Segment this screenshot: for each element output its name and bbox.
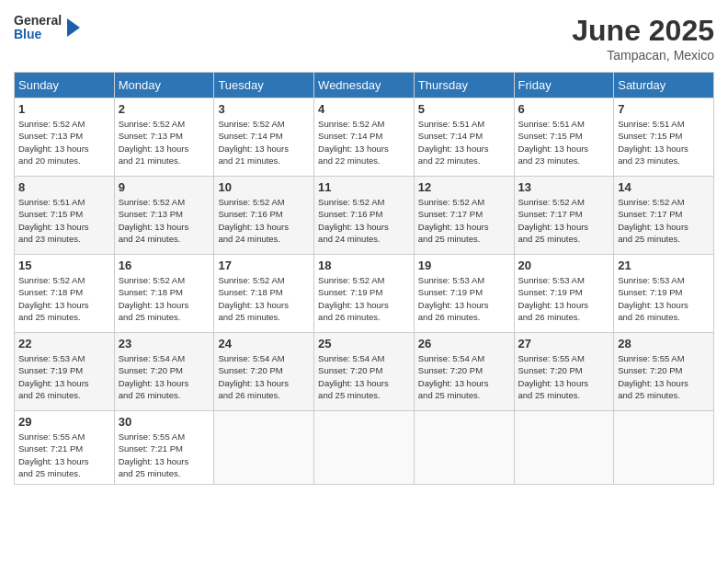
table-row: 27 Sunrise: 5:55 AM Sunset: 7:20 PM Dayl… <box>514 333 614 411</box>
day-info: Sunrise: 5:52 AM Sunset: 7:16 PM Dayligh… <box>318 196 410 245</box>
table-row: 1 Sunrise: 5:52 AM Sunset: 7:13 PM Dayli… <box>15 98 115 177</box>
title-section: June 2025 Tampacan, Mexico <box>572 14 714 63</box>
day-number: 11 <box>318 180 410 194</box>
day-info: Sunrise: 5:52 AM Sunset: 7:17 PM Dayligh… <box>618 196 710 245</box>
calendar-header-row: Sunday Monday Tuesday Wednesday Thursday… <box>15 73 714 98</box>
table-row: 6 Sunrise: 5:51 AM Sunset: 7:15 PM Dayli… <box>514 98 614 177</box>
day-number: 19 <box>418 259 510 272</box>
table-row: 20 Sunrise: 5:53 AM Sunset: 7:19 PM Dayl… <box>514 255 614 333</box>
logo-arrow-icon <box>67 18 80 37</box>
day-number: 27 <box>518 337 610 350</box>
day-number: 9 <box>119 180 210 194</box>
day-info: Sunrise: 5:52 AM Sunset: 7:16 PM Dayligh… <box>218 196 310 245</box>
month-title: June 2025 <box>572 14 714 48</box>
day-info: Sunrise: 5:53 AM Sunset: 7:19 PM Dayligh… <box>18 352 110 401</box>
calendar-week-row: 8 Sunrise: 5:51 AM Sunset: 7:15 PM Dayli… <box>15 177 714 255</box>
day-number: 22 <box>18 337 110 350</box>
day-number: 14 <box>618 180 710 194</box>
day-info: Sunrise: 5:52 AM Sunset: 7:18 PM Dayligh… <box>119 274 210 323</box>
day-info: Sunrise: 5:55 AM Sunset: 7:21 PM Dayligh… <box>119 431 210 479</box>
day-number: 16 <box>119 259 210 272</box>
day-number: 23 <box>119 337 210 350</box>
day-number: 25 <box>318 337 410 350</box>
table-row: 21 Sunrise: 5:53 AM Sunset: 7:19 PM Dayl… <box>614 255 714 333</box>
table-row: 7 Sunrise: 5:51 AM Sunset: 7:15 PM Dayli… <box>614 98 714 177</box>
day-info: Sunrise: 5:53 AM Sunset: 7:19 PM Dayligh… <box>618 274 710 323</box>
table-row: 23 Sunrise: 5:54 AM Sunset: 7:20 PM Dayl… <box>114 333 214 411</box>
table-row: 17 Sunrise: 5:52 AM Sunset: 7:18 PM Dayl… <box>214 255 314 333</box>
day-info: Sunrise: 5:55 AM Sunset: 7:20 PM Dayligh… <box>618 352 710 401</box>
table-row: 25 Sunrise: 5:54 AM Sunset: 7:20 PM Dayl… <box>314 333 415 411</box>
table-row: 19 Sunrise: 5:53 AM Sunset: 7:19 PM Dayl… <box>414 255 514 333</box>
calendar-week-row: 22 Sunrise: 5:53 AM Sunset: 7:19 PM Dayl… <box>15 333 714 411</box>
table-row <box>614 411 714 485</box>
table-row: 28 Sunrise: 5:55 AM Sunset: 7:20 PM Dayl… <box>614 333 714 411</box>
day-number: 6 <box>518 102 610 116</box>
col-wednesday: Wednesday <box>314 73 415 98</box>
day-info: Sunrise: 5:55 AM Sunset: 7:21 PM Dayligh… <box>18 431 110 479</box>
table-row: 13 Sunrise: 5:52 AM Sunset: 7:17 PM Dayl… <box>514 177 614 255</box>
day-number: 21 <box>618 259 710 272</box>
table-row: 2 Sunrise: 5:52 AM Sunset: 7:13 PM Dayli… <box>114 98 214 177</box>
col-thursday: Thursday <box>414 73 514 98</box>
calendar-week-row: 1 Sunrise: 5:52 AM Sunset: 7:13 PM Dayli… <box>15 98 714 177</box>
table-row: 26 Sunrise: 5:54 AM Sunset: 7:20 PM Dayl… <box>414 333 514 411</box>
day-number: 12 <box>418 180 510 194</box>
calendar-week-row: 15 Sunrise: 5:52 AM Sunset: 7:18 PM Dayl… <box>15 255 714 333</box>
day-info: Sunrise: 5:53 AM Sunset: 7:19 PM Dayligh… <box>418 274 510 323</box>
day-info: Sunrise: 5:52 AM Sunset: 7:13 PM Dayligh… <box>119 196 210 245</box>
table-row: 8 Sunrise: 5:51 AM Sunset: 7:15 PM Dayli… <box>15 177 115 255</box>
table-row <box>514 411 614 485</box>
col-saturday: Saturday <box>614 73 714 98</box>
day-number: 17 <box>218 259 310 272</box>
day-info: Sunrise: 5:53 AM Sunset: 7:19 PM Dayligh… <box>518 274 610 323</box>
day-info: Sunrise: 5:51 AM Sunset: 7:15 PM Dayligh… <box>618 118 710 167</box>
day-number: 20 <box>518 259 610 272</box>
table-row: 30 Sunrise: 5:55 AM Sunset: 7:21 PM Dayl… <box>114 411 214 485</box>
day-number: 7 <box>618 102 710 116</box>
day-info: Sunrise: 5:54 AM Sunset: 7:20 PM Dayligh… <box>418 352 510 401</box>
day-number: 2 <box>119 102 210 116</box>
day-info: Sunrise: 5:51 AM Sunset: 7:15 PM Dayligh… <box>18 196 110 245</box>
col-tuesday: Tuesday <box>214 73 314 98</box>
day-info: Sunrise: 5:52 AM Sunset: 7:17 PM Dayligh… <box>518 196 610 245</box>
day-info: Sunrise: 5:54 AM Sunset: 7:20 PM Dayligh… <box>318 352 410 401</box>
day-number: 5 <box>418 102 510 116</box>
day-number: 26 <box>418 337 510 350</box>
day-number: 4 <box>318 102 410 116</box>
logo-general: General <box>14 14 62 28</box>
logo: General Blue <box>14 14 80 42</box>
day-info: Sunrise: 5:52 AM Sunset: 7:18 PM Dayligh… <box>218 274 310 323</box>
day-info: Sunrise: 5:52 AM Sunset: 7:17 PM Dayligh… <box>418 196 510 245</box>
day-info: Sunrise: 5:51 AM Sunset: 7:14 PM Dayligh… <box>418 118 510 167</box>
day-info: Sunrise: 5:54 AM Sunset: 7:20 PM Dayligh… <box>218 352 310 401</box>
table-row: 24 Sunrise: 5:54 AM Sunset: 7:20 PM Dayl… <box>214 333 314 411</box>
table-row: 4 Sunrise: 5:52 AM Sunset: 7:14 PM Dayli… <box>314 98 415 177</box>
table-row: 12 Sunrise: 5:52 AM Sunset: 7:17 PM Dayl… <box>414 177 514 255</box>
col-monday: Monday <box>114 73 214 98</box>
day-number: 1 <box>18 102 110 116</box>
day-info: Sunrise: 5:52 AM Sunset: 7:13 PM Dayligh… <box>119 118 210 167</box>
table-row: 10 Sunrise: 5:52 AM Sunset: 7:16 PM Dayl… <box>214 177 314 255</box>
table-row <box>214 411 314 485</box>
day-number: 3 <box>218 102 310 116</box>
day-number: 18 <box>318 259 410 272</box>
table-row: 14 Sunrise: 5:52 AM Sunset: 7:17 PM Dayl… <box>614 177 714 255</box>
day-number: 29 <box>18 415 110 429</box>
page-header: General Blue June 2025 Tampacan, Mexico <box>14 14 714 63</box>
day-info: Sunrise: 5:54 AM Sunset: 7:20 PM Dayligh… <box>119 352 210 401</box>
day-info: Sunrise: 5:52 AM Sunset: 7:18 PM Dayligh… <box>18 274 110 323</box>
day-number: 10 <box>218 180 310 194</box>
col-friday: Friday <box>514 73 614 98</box>
location: Tampacan, Mexico <box>572 48 714 63</box>
table-row <box>414 411 514 485</box>
day-info: Sunrise: 5:55 AM Sunset: 7:20 PM Dayligh… <box>518 352 610 401</box>
table-row: 9 Sunrise: 5:52 AM Sunset: 7:13 PM Dayli… <box>114 177 214 255</box>
day-info: Sunrise: 5:52 AM Sunset: 7:14 PM Dayligh… <box>318 118 410 167</box>
day-info: Sunrise: 5:52 AM Sunset: 7:19 PM Dayligh… <box>318 274 410 323</box>
day-number: 30 <box>119 415 210 429</box>
day-number: 8 <box>18 180 110 194</box>
day-info: Sunrise: 5:51 AM Sunset: 7:15 PM Dayligh… <box>518 118 610 167</box>
day-number: 15 <box>18 259 110 272</box>
table-row: 11 Sunrise: 5:52 AM Sunset: 7:16 PM Dayl… <box>314 177 415 255</box>
